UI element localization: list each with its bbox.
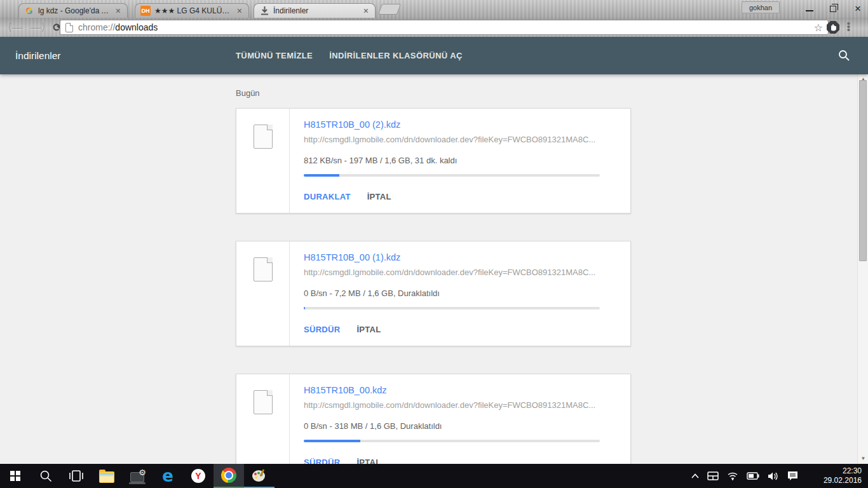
cancel-button[interactable]: İPTAL (356, 458, 381, 464)
download-item-0: H815TR10B_00 (2).kdz http://csmgdl.lgmob… (236, 108, 631, 214)
window-controls: × (806, 0, 863, 18)
tab-downloads[interactable]: İndirilenler × (254, 3, 376, 18)
downloads-header: İndirilenler TÜMÜNÜ TEMİZLE İNDİRİLENLER… (0, 37, 868, 74)
file-icon-column (236, 109, 290, 213)
tab-title: lg kdz - Google'da Ara (38, 6, 111, 15)
edge-browser-button[interactable]: e (153, 464, 183, 488)
battery-icon[interactable] (747, 472, 759, 480)
chrome-icon (221, 468, 236, 483)
task-view-button[interactable] (61, 464, 92, 488)
download-item-2: H815TR10B_00.kdz http://csmgdl.lgmobile.… (236, 374, 631, 464)
download-source-url: http://csmgdl.lgmobile.com/dn/downloader… (304, 135, 600, 144)
file-icon-column (236, 374, 290, 464)
downloads-list: Bugün H815TR10B_00 (2).kdz http://csmgdl… (0, 74, 868, 464)
window-titlebar: G lg kdz - Google'da Ara × DH ★★★ LG G4 … (0, 0, 868, 18)
task-view-icon (69, 470, 83, 482)
cancel-button[interactable]: İPTAL (356, 325, 381, 334)
progress-bar (304, 174, 600, 177)
clock-date: 29.02.2016 (824, 476, 862, 485)
page-title: İndirilenler (15, 37, 61, 74)
download-filename-link[interactable]: H815TR10B_00.kdz (304, 385, 600, 395)
pause-button[interactable]: DURAKLAT (304, 192, 351, 201)
tab-close-icon[interactable]: × (362, 6, 370, 15)
scroll-down-icon[interactable]: ▼ (858, 454, 868, 464)
cancel-button[interactable]: İPTAL (367, 192, 391, 201)
tab-google-search[interactable]: G lg kdz - Google'da Ara × (18, 3, 128, 18)
taskbar-clock[interactable]: 22:30 29.02.2016 (824, 464, 862, 488)
browser-menu-icon[interactable]: ••• (847, 22, 850, 31)
volume-icon[interactable] (768, 471, 779, 481)
bookmark-star-icon[interactable]: ☆ (814, 22, 823, 34)
new-tab-button[interactable] (378, 4, 401, 15)
adblock-extension-icon[interactable] (826, 20, 840, 34)
progress-fill (304, 307, 305, 309)
download-status-text: 0 B/sn - 318 MB / 1,6 GB, Duraklatıldı (304, 421, 600, 431)
search-icon[interactable] (837, 49, 850, 62)
clear-all-button[interactable]: TÜMÜNÜ TEMİZLE (236, 51, 313, 60)
windows-taskbar: ⚙ e Y 22:30 29.02.2016 (0, 464, 868, 488)
file-icon (254, 125, 273, 149)
tray-display-icon[interactable] (707, 471, 719, 480)
download-filename-link[interactable]: H815TR10B_00 (1).kdz (304, 252, 600, 262)
resume-button[interactable]: SÜRDÜR (304, 325, 340, 334)
donanimhaber-favicon-icon: DH (140, 6, 151, 16)
windows-logo-icon (10, 471, 20, 481)
download-status-text: 0 B/sn - 7,2 MB / 1,6 GB, Duraklatıldı (304, 288, 600, 298)
taskbar-search-button[interactable] (31, 464, 61, 488)
system-tray (691, 464, 798, 488)
back-icon[interactable]: ⟨— (8, 21, 23, 34)
close-button[interactable]: × (853, 3, 863, 15)
scrollbar-thumb[interactable] (859, 80, 867, 261)
file-icon (254, 257, 273, 281)
browser-toolbar: ⟨— —⟩ ⟳ chrome://downloads ☆ ••• (0, 18, 868, 37)
wifi-icon[interactable] (727, 471, 738, 480)
address-text[interactable]: chrome://downloads (78, 22, 809, 32)
file-explorer-icon (99, 471, 114, 483)
resume-button[interactable]: SÜRDÜR (304, 458, 340, 464)
page-icon (65, 23, 73, 32)
download-item-1: H815TR10B_00 (1).kdz http://csmgdl.lgmob… (236, 241, 631, 346)
progress-fill (304, 174, 339, 177)
download-favicon-icon (259, 6, 269, 16)
search-icon (39, 470, 52, 482)
profile-name-badge[interactable]: gokhan (742, 1, 780, 13)
start-button[interactable] (0, 464, 31, 488)
tab-lg-g4-forum[interactable]: DH ★★★ LG G4 KULÜBÜ VE A × (135, 3, 249, 18)
system-utility-button[interactable]: ⚙ (122, 464, 153, 488)
file-explorer-button[interactable] (92, 464, 122, 488)
page-scrollbar[interactable]: ▲ ▼ (857, 74, 868, 464)
minimize-button[interactable] (806, 6, 813, 11)
tray-expand-chevron-icon[interactable] (691, 473, 699, 478)
chrome-button[interactable] (214, 464, 244, 488)
file-icon (254, 390, 273, 414)
file-icon-column (236, 241, 290, 346)
progress-bar (304, 440, 600, 442)
clock-time: 22:30 (843, 466, 862, 476)
yandex-icon: Y (191, 469, 205, 483)
forward-icon[interactable]: —⟩ (31, 21, 46, 34)
action-center-icon[interactable] (787, 471, 798, 481)
tab-title: ★★★ LG G4 KULÜBÜ VE A (154, 6, 232, 15)
tab-title: İndirilenler (273, 6, 358, 15)
restore-button[interactable] (830, 6, 836, 12)
header-actions: TÜMÜNÜ TEMİZLE İNDİRİLENLER KLASÖRÜNÜ AÇ (236, 37, 463, 74)
download-filename-link[interactable]: H815TR10B_00 (2).kdz (304, 119, 600, 130)
date-section-label: Bugün (236, 88, 260, 98)
google-favicon-icon: G (24, 6, 34, 16)
tab-close-icon[interactable]: × (236, 6, 243, 15)
progress-fill (304, 440, 360, 442)
laptop-gear-icon: ⚙ (130, 472, 144, 482)
yandex-browser-button[interactable]: Y (183, 464, 214, 488)
tab-close-icon[interactable]: × (114, 6, 122, 15)
open-downloads-folder-button[interactable]: İNDİRİLENLER KLASÖRÜNÜ AÇ (329, 51, 463, 60)
progress-bar (304, 307, 600, 309)
download-status-text: 812 KB/sn - 197 MB / 1,6 GB, 31 dk. kald… (304, 156, 600, 165)
edge-icon: e (162, 468, 173, 484)
paint-button[interactable] (244, 464, 275, 488)
address-bar[interactable]: chrome://downloads ☆ (60, 20, 829, 35)
paint-palette-icon (252, 468, 267, 482)
download-source-url: http://csmgdl.lgmobile.com/dn/downloader… (304, 400, 600, 410)
download-source-url: http://csmgdl.lgmobile.com/dn/downloader… (304, 268, 600, 277)
